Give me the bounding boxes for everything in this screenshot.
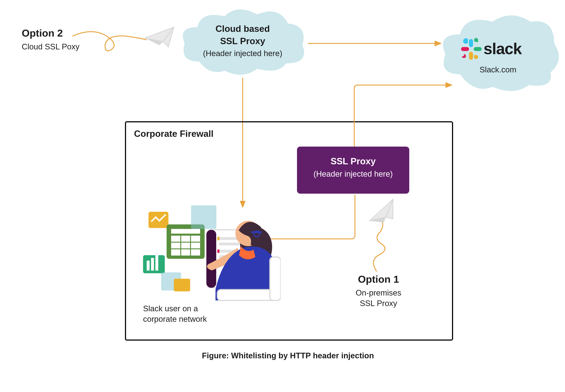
svg-rect-37: [206, 230, 216, 288]
svg-rect-50: [270, 257, 281, 300]
svg-rect-9: [474, 47, 482, 51]
ssl-proxy-note: (Header injected here): [297, 169, 409, 179]
option1-line2: SSL Proxy: [346, 299, 411, 308]
user-caption: Slack user on a corporate network: [143, 304, 207, 323]
svg-rect-25: [155, 255, 158, 271]
ssl-proxy-title: SSL Proxy: [297, 156, 409, 167]
firewall-title: Corporate Firewall: [134, 128, 214, 139]
slack-cloud-shape: [438, 13, 561, 103]
svg-rect-44: [217, 249, 219, 253]
slack-domain-label: Slack.com: [464, 65, 532, 74]
arrow-cloudproxy-to-slack: [308, 38, 442, 49]
figure-caption: Figure: Whitelisting by HTTP header inje…: [127, 351, 449, 360]
svg-rect-28: [171, 236, 200, 255]
svg-rect-33: [191, 205, 217, 229]
svg-rect-39: [219, 242, 241, 245]
user-illustration: [139, 188, 281, 308]
cloud-proxy-labels: Cloud based SSL Proxy (Header injected h…: [196, 24, 290, 58]
ssl-proxy-box: SSL Proxy (Header injected here): [297, 147, 409, 194]
svg-rect-11: [461, 47, 469, 51]
option1-line1: On-premises: [346, 288, 411, 297]
cloud-proxy-note: (Header injected here): [196, 49, 290, 58]
diagram-canvas: Option 2 Cloud SSL Poxy Cloud based SSL …: [0, 0, 565, 392]
arrow-sslbox-to-slack: [353, 82, 455, 148]
svg-rect-8: [469, 39, 473, 47]
svg-rect-35: [174, 279, 190, 291]
cloud-proxy-line2: SSL Proxy: [196, 36, 290, 46]
svg-rect-43: [217, 237, 219, 240]
svg-marker-16: [446, 82, 453, 88]
paper-plane-icon: [143, 25, 176, 51]
svg-rect-10: [469, 52, 473, 60]
slack-wordmark: slack: [483, 40, 522, 58]
user-caption-line2: corporate network: [143, 315, 207, 323]
slack-logo-icon: [460, 38, 482, 60]
option1-block: Option 1 On-premises SSL Proxy: [346, 273, 411, 308]
user-caption-line1: Slack user on a: [143, 304, 207, 313]
option1-title: Option 1: [346, 273, 411, 285]
svg-rect-47: [251, 231, 262, 233]
paper-plane-icon-2: [366, 197, 397, 224]
svg-rect-27: [171, 229, 200, 234]
cloud-proxy-line1: Cloud based: [196, 24, 290, 34]
svg-rect-24: [151, 258, 154, 271]
option1-squiggle: [359, 221, 395, 273]
svg-rect-23: [147, 261, 150, 271]
svg-rect-49: [217, 290, 277, 300]
